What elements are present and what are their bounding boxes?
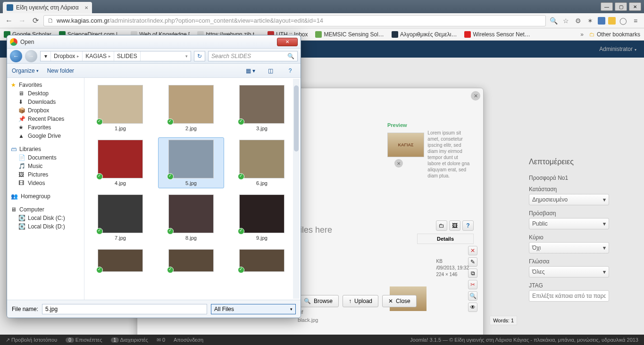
- logout-link[interactable]: Αποσύνδεση: [174, 337, 203, 343]
- status-select[interactable]: Δημοσιευμένο▾: [529, 194, 609, 205]
- folder-tool-icon[interactable]: 🗀: [436, 220, 447, 231]
- bookmark-label: Αλγοριθμικές Θεμελι…: [400, 31, 457, 38]
- star-icon[interactable]: ☆: [561, 16, 570, 25]
- bookmark-item[interactable]: Αλγοριθμικές Θεμελι…: [392, 31, 457, 38]
- crumb-1[interactable]: KAGIAS▸: [83, 51, 114, 61]
- files-scrollbar[interactable]: [293, 79, 300, 299]
- crumb-dropdown-icon[interactable]: ▾: [183, 54, 191, 59]
- file-item[interactable]: [158, 247, 224, 274]
- tab-close-icon[interactable]: ✕: [84, 5, 88, 10]
- featured-select[interactable]: Όχι▾: [529, 242, 609, 253]
- preview-pane-button[interactable]: ◫: [265, 66, 276, 76]
- drive-crumb[interactable]: ▾: [41, 51, 51, 61]
- language-select[interactable]: Όλες▾: [529, 266, 609, 278]
- sidebar-item[interactable]: 💽Local Disk (C:): [7, 214, 84, 222]
- url-bar[interactable]: 🗋 www.kagias.com.gr/administrator/index.…: [43, 15, 546, 26]
- bookmark-item[interactable]: MEMSIC Sensing Sol…: [315, 31, 384, 38]
- sidebar-favorites-header[interactable]: ★Favorites: [7, 81, 84, 89]
- view-mode-button[interactable]: ▦ ▾: [245, 66, 256, 76]
- search-icon: 🔍: [304, 298, 311, 304]
- admin-user-menu[interactable]: Administrator▾: [599, 46, 636, 52]
- other-bookmarks[interactable]: 🗀 Other bookmarks: [589, 31, 640, 38]
- bookmarks-overflow-icon[interactable]: »: [580, 31, 584, 38]
- file-item[interactable]: 2.jpg: [158, 83, 224, 134]
- bookmark-favicon: [464, 31, 471, 38]
- maximize-button[interactable]: ▢: [615, 2, 627, 11]
- file-item[interactable]: [229, 247, 295, 274]
- inner-close-icon[interactable]: ✕: [394, 159, 403, 168]
- view-icon[interactable]: 👁: [468, 303, 477, 312]
- ext3-icon[interactable]: [608, 17, 616, 25]
- preview-link[interactable]: ↗ Προβολή Ιστοτόπου: [6, 337, 57, 343]
- modal-close-icon[interactable]: ✕: [471, 91, 480, 101]
- sidebar-item[interactable]: 🎵Music: [7, 162, 84, 170]
- sidebar-item[interactable]: 🎞Videos: [7, 179, 84, 187]
- ext1-icon[interactable]: ✶: [585, 16, 595, 25]
- dialog-forward-button[interactable]: →: [25, 50, 37, 62]
- close-button[interactable]: ✕Close: [382, 295, 417, 307]
- crumb-0[interactable]: Dropbox▸: [51, 51, 83, 61]
- browse-button[interactable]: 🔍Browse: [298, 295, 339, 307]
- sidebar-homegroup[interactable]: 👥Homegroup: [7, 192, 84, 201]
- sidebar-item[interactable]: ★Favorites: [7, 123, 84, 132]
- dialog-close-button[interactable]: ✕: [277, 38, 298, 46]
- help-tool-icon[interactable]: ?: [462, 220, 474, 231]
- sidebar-item[interactable]: 📌Recent Places: [7, 115, 84, 123]
- sidebar-item[interactable]: ▲Google Drive: [7, 132, 84, 140]
- back-button[interactable]: ←: [4, 16, 14, 26]
- organize-menu[interactable]: Organize ▾: [12, 67, 39, 74]
- minimize-button[interactable]: —: [601, 2, 613, 11]
- ext2-icon[interactable]: [598, 17, 605, 25]
- sidebar-item[interactable]: 🖥Desktop: [7, 89, 84, 98]
- item-icon: 🖼: [18, 171, 25, 178]
- close-window-button[interactable]: ✕: [629, 2, 641, 11]
- rename-icon[interactable]: ✎: [468, 257, 477, 267]
- file-item[interactable]: 5.jpg: [158, 137, 224, 188]
- new-folder-button[interactable]: New folder: [47, 67, 74, 74]
- upload-button[interactable]: ↑Upload: [343, 295, 378, 307]
- help-button[interactable]: ?: [284, 66, 296, 76]
- access-select[interactable]: Public▾: [529, 218, 609, 229]
- menu-icon[interactable]: ≡: [631, 16, 640, 25]
- window-controls: — ▢ ✕: [601, 2, 641, 11]
- dialog-search[interactable]: Search SLIDES 🔍: [208, 51, 298, 61]
- dialog-back-button[interactable]: ←: [10, 50, 22, 62]
- sidebar-computer-header[interactable]: 🖥Computer: [7, 205, 84, 214]
- file-item[interactable]: 3.jpg: [229, 83, 295, 134]
- file-item[interactable]: 9.jpg: [229, 192, 295, 243]
- file-item[interactable]: 6.jpg: [229, 137, 295, 188]
- sidebar-libraries-header[interactable]: 🗃Libraries: [7, 145, 84, 153]
- cut-icon[interactable]: ✂: [468, 280, 477, 289]
- jtag-input[interactable]: [529, 290, 609, 302]
- file-item[interactable]: [87, 247, 153, 274]
- details-tab[interactable]: Details: [417, 234, 474, 244]
- forward-button[interactable]: →: [17, 16, 27, 26]
- sidebar-item[interactable]: 💽Local Disk (D:): [7, 222, 84, 231]
- ext4-icon[interactable]: ◯: [619, 16, 628, 25]
- sidebar-item[interactable]: 🖼Pictures: [7, 170, 84, 179]
- breadcrumb[interactable]: ▾ Dropbox▸ KAGIAS▸ SLIDES ▾: [40, 51, 191, 61]
- bookmark-item[interactable]: Wireless Sensor Net…: [464, 31, 530, 38]
- file-item[interactable]: 7.jpg: [87, 192, 153, 243]
- file-item[interactable]: 1.jpg: [87, 83, 153, 134]
- settings-gear-icon[interactable]: ⚙: [573, 16, 583, 25]
- reload-button[interactable]: ⟳: [30, 16, 41, 26]
- file-filter-select[interactable]: All Files▾: [211, 304, 296, 314]
- zoom-icon[interactable]: 🔍: [468, 291, 477, 301]
- copy-icon[interactable]: ⧉: [468, 269, 477, 278]
- search-icon[interactable]: 🔍: [549, 16, 558, 25]
- dialog-sidebar: ★Favorites 🖥Desktop⬇Downloads📦Dropbox📌Re…: [7, 78, 84, 300]
- sidebar-item-label: Documents: [28, 154, 57, 161]
- image-tool-icon[interactable]: 🖼: [449, 220, 460, 231]
- filename-input[interactable]: [42, 304, 207, 314]
- browser-tab[interactable]: Είδη υγιεινής στη Λάρισα ✕: [3, 2, 92, 13]
- crumb-2[interactable]: SLIDES: [114, 51, 141, 61]
- sidebar-item[interactable]: 📦Dropbox: [7, 106, 84, 115]
- refresh-dir-button[interactable]: ↻: [194, 51, 205, 61]
- file-item[interactable]: 8.jpg: [158, 192, 224, 243]
- sidebar-item[interactable]: 📄Documents: [7, 153, 84, 162]
- sidebar-item[interactable]: ⬇Downloads: [7, 98, 84, 106]
- delete-icon[interactable]: ✕: [468, 246, 477, 255]
- file-item[interactable]: 4.jpg: [87, 137, 153, 188]
- item-icon: ★: [18, 124, 25, 131]
